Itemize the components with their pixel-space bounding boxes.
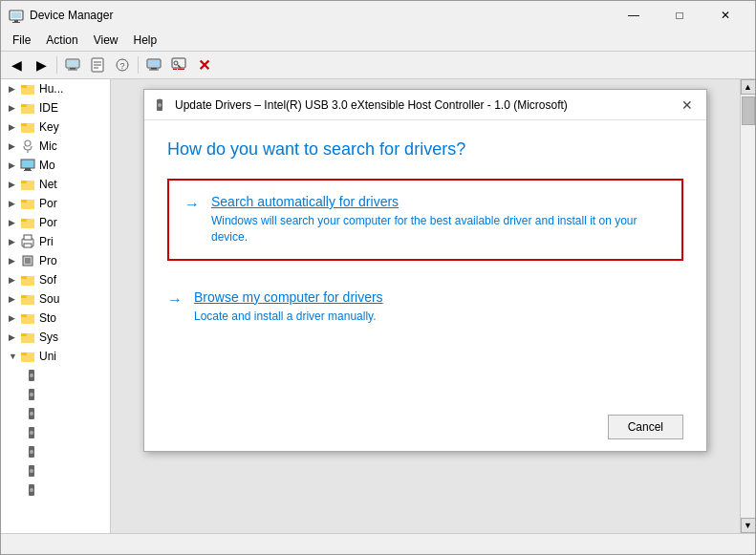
forward-button[interactable]: ▶ [30, 53, 53, 76]
tree-item-sto[interactable]: ▶ Sto [1, 309, 110, 328]
cancel-button[interactable]: Cancel [608, 415, 683, 439]
expand-icon: ▶ [9, 103, 18, 113]
toolbar-separator-1 [56, 56, 57, 74]
svg-rect-15 [148, 60, 160, 67]
processor-icon [20, 253, 35, 268]
expand-icon: ▶ [9, 122, 18, 132]
tree-item-por1[interactable]: ▶ Por [1, 194, 110, 213]
system-icon [20, 330, 35, 345]
usb-device-icon [24, 368, 39, 383]
scroll-thumb[interactable] [742, 96, 755, 125]
dialog-body: How do you want to search for drivers? →… [144, 120, 706, 403]
mic-icon [20, 139, 35, 154]
usb-folder-icon [20, 349, 35, 364]
expand-icon: ▶ [9, 84, 18, 94]
tree-item-sys[interactable]: ▶ Sys [1, 328, 110, 347]
toolbar: ◀ ▶ ? [1, 51, 755, 79]
tree-label: Sof [39, 273, 56, 287]
expand-icon: ▶ [9, 256, 18, 266]
svg-rect-33 [24, 170, 32, 171]
expand-icon: ▶ [9, 218, 18, 227]
dialog-footer: Cancel [144, 403, 706, 451]
tree-item-usb-1[interactable] [1, 366, 110, 385]
tree-label: Uni [39, 350, 56, 363]
tree-item-sou[interactable]: ▶ Sou [1, 289, 110, 309]
printer-icon [20, 234, 35, 249]
usb-device-icon [24, 463, 39, 479]
dialog-close-button[interactable]: ✕ [676, 94, 699, 117]
expand-icon: ▶ [9, 294, 18, 304]
expand-icon: ▶ [9, 313, 18, 323]
minimize-button[interactable]: — [612, 1, 656, 30]
menu-file[interactable]: File [5, 32, 38, 49]
svg-rect-46 [21, 276, 27, 279]
svg-rect-48 [21, 295, 27, 298]
tree-item-usb-7[interactable] [1, 480, 110, 500]
menu-help[interactable]: Help [126, 32, 165, 49]
title-bar: Device Manager — □ ✕ [1, 1, 755, 30]
tree-item-pri[interactable]: ▶ Pri [1, 232, 110, 251]
vertical-scrollbar[interactable]: ▲ ▼ [740, 79, 755, 533]
option2-description: Locate and install a driver manually. [194, 309, 383, 325]
svg-point-56 [30, 374, 33, 377]
svg-rect-16 [151, 68, 157, 70]
close-button[interactable]: ✕ [703, 1, 747, 30]
tree-item-ide[interactable]: ▶ IDE [1, 98, 110, 117]
tree-item-usb-4[interactable] [1, 423, 110, 442]
svg-rect-3 [12, 22, 20, 23]
tree-item-pro[interactable]: ▶ Pro [1, 251, 110, 270]
svg-rect-6 [70, 68, 76, 70]
tree-item-sof[interactable]: ▶ Sof [1, 270, 110, 289]
tree-item-key[interactable]: ▶ Key [1, 117, 110, 137]
tree-item-usb-5[interactable] [1, 442, 110, 461]
help-button[interactable]: ? [111, 53, 134, 76]
sound-icon [20, 291, 35, 307]
arrow-right-icon: → [184, 196, 200, 213]
back-button[interactable]: ◀ [5, 53, 28, 76]
menu-view[interactable]: View [86, 32, 126, 49]
port-icon [20, 196, 35, 211]
tree-item-hu[interactable]: ▶ Hu... [1, 79, 110, 98]
svg-rect-50 [21, 314, 27, 317]
tree-item-usb-2[interactable] [1, 385, 110, 404]
option1-content: Search automatically for drivers Windows… [211, 194, 666, 245]
tree-item-mo[interactable]: ▶ Mo [1, 156, 110, 175]
menu-action[interactable]: Action [38, 32, 85, 49]
right-panel: ▲ ▼ [111, 79, 755, 533]
properties-button[interactable] [86, 53, 109, 76]
svg-rect-28 [21, 123, 27, 126]
svg-rect-41 [24, 235, 32, 240]
scan-button[interactable] [167, 53, 190, 76]
svg-rect-22 [178, 69, 184, 70]
svg-point-29 [25, 140, 31, 146]
tree-item-mic[interactable]: ▶ Mic [1, 137, 110, 156]
expand-icon: ▶ [9, 237, 18, 246]
window-title: Device Manager [30, 9, 612, 22]
option1-description: Windows will search your computer for th… [211, 213, 666, 245]
network-icon [20, 177, 35, 192]
svg-point-64 [30, 450, 33, 454]
port-icon2 [20, 215, 35, 230]
computer-button[interactable] [61, 53, 84, 76]
svg-point-68 [30, 488, 33, 492]
scroll-up-button[interactable]: ▲ [741, 79, 756, 95]
display-button[interactable] [142, 53, 165, 76]
tree-item-usb-6[interactable] [1, 461, 110, 480]
remove-button[interactable]: ✕ [192, 53, 215, 76]
scroll-down-button[interactable]: ▼ [741, 518, 756, 533]
tree-item-net[interactable]: ▶ Net [1, 175, 110, 194]
maximize-button[interactable]: □ [658, 1, 702, 30]
tree-item-usb-3[interactable] [1, 404, 110, 423]
tree-item-uni[interactable]: ▼ Uni [1, 347, 110, 366]
folder-icon [20, 81, 35, 96]
browse-computer-option[interactable]: → Browse my computer for drivers Locate … [167, 276, 683, 338]
tree-label: Por [39, 216, 57, 229]
dialog-heading: How do you want to search for drivers? [167, 139, 683, 160]
svg-rect-35 [21, 181, 27, 183]
usb-device-icon [24, 406, 39, 421]
device-manager-window: Device Manager — □ ✕ File Action View He… [0, 0, 756, 555]
window-controls: — □ ✕ [612, 1, 747, 30]
folder-icon [20, 100, 35, 116]
search-automatically-option[interactable]: → Search automatically for drivers Windo… [167, 179, 683, 261]
tree-item-por2[interactable]: ▶ Por [1, 213, 110, 232]
